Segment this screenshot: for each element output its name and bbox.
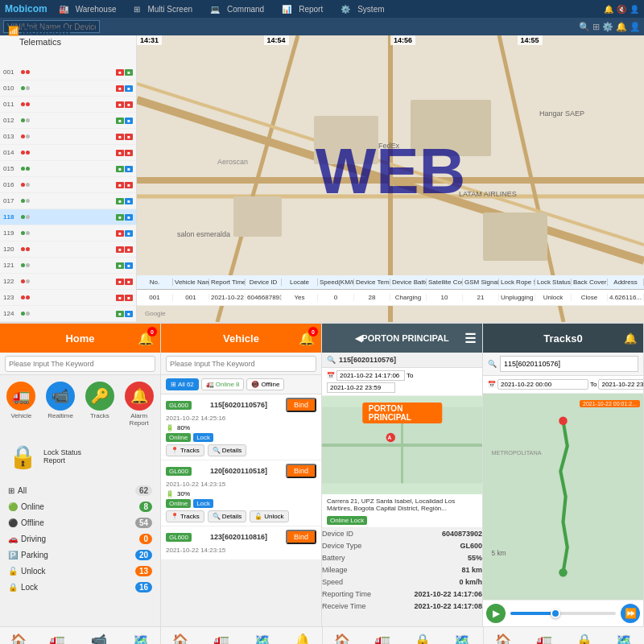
tracks-slider[interactable]: [510, 612, 616, 615]
sidebar-row-121[interactable]: 121 ■■: [0, 258, 136, 274]
table-row[interactable]: 001 001 2021-10-22 04:32:45 6046687893 Y…: [137, 290, 644, 306]
home-search-input[interactable]: [5, 356, 155, 372]
bnav-vehicle-3[interactable]: 🚛 Vehicle: [369, 631, 396, 644]
tracks-date-from[interactable]: [497, 379, 588, 390]
details-button-115[interactable]: 🔍 Details: [208, 444, 246, 456]
bnav-home-1[interactable]: 🏠 Home: [6, 631, 30, 644]
tracks-date-to[interactable]: [598, 379, 644, 390]
sidebar-row-122[interactable]: 122 ■■: [0, 274, 136, 290]
notification-icon[interactable]: 🔔: [616, 22, 627, 32]
nav-system[interactable]: ⚙️ System: [336, 2, 394, 17]
tracks-nav-icon-1: 🗺️: [133, 633, 149, 644]
speed-button[interactable]: ⏩: [621, 604, 640, 623]
porton-menu-icon[interactable]: ☰: [464, 331, 476, 346]
vehicle-card-120[interactable]: GL600 120[6020110518] Bind 2021-10-22 14…: [161, 460, 321, 526]
sidebar-row-118[interactable]: 118 ■■: [0, 209, 136, 225]
sidebar-row-010[interactable]: 010 ■■: [0, 80, 136, 97]
sidebar-row-120[interactable]: 120 ■■: [0, 242, 136, 258]
col-gsm: GSM Signal: [463, 279, 499, 286]
tracks-title: Tracks: [543, 332, 576, 345]
tracks-map-svg: 5 km METROPOLITANA: [483, 394, 643, 600]
bnav-tracks-3[interactable]: 🗺️ Tracks: [449, 631, 475, 644]
sidebar-row-014[interactable]: 014 ■■: [0, 145, 136, 161]
stat-lock[interactable]: 🔒 Lock 16: [3, 580, 157, 596]
sidebar-row-123[interactable]: 123 ■■: [0, 290, 136, 306]
play-button[interactable]: ▶: [486, 604, 506, 623]
nav-warehouse[interactable]: 🏭 Warehouse: [54, 2, 126, 17]
wifi-icon: 📶: [8, 35, 19, 36]
bnav-lock-4[interactable]: 🔒 Lock: [573, 631, 596, 644]
profile-icon[interactable]: 👤: [630, 22, 641, 32]
filter-offline[interactable]: 📵 Offline: [246, 378, 284, 390]
stat-unlock[interactable]: 🔓 Unlock 13: [3, 564, 157, 580]
vc-bind-button-120[interactable]: Bind: [286, 464, 316, 478]
sidebar-row-124[interactable]: 124 ■■: [0, 306, 136, 322]
vc-bind-button-123[interactable]: Bind: [286, 530, 316, 544]
unlock-button-120[interactable]: 🔓 Unlock: [250, 510, 288, 522]
lock-status-item[interactable]: 🔒 Lock StatusReport: [0, 433, 160, 480]
nav-command[interactable]: 💻 Command: [205, 2, 274, 17]
bell-icon[interactable]: 🔔: [604, 5, 613, 14]
filter-all[interactable]: ⊞ All 62: [166, 378, 199, 390]
stat-all-count: 62: [135, 485, 152, 496]
bnav-vehicle-1[interactable]: 🚛 Vehicle: [43, 631, 71, 644]
back-icon[interactable]: ◀: [355, 333, 361, 344]
bnav-home-4[interactable]: 🏠 Home: [491, 631, 514, 644]
tracks-date-row: 📅 To: [483, 376, 643, 394]
stat-all[interactable]: ⊞ All 62: [3, 483, 157, 499]
search-icon[interactable]: 🔍: [579, 22, 590, 32]
details-button-120[interactable]: 🔍 Details: [208, 510, 246, 522]
bnav-alarm-2[interactable]: 🔔 Alarm: [291, 631, 314, 644]
slider-thumb[interactable]: [551, 609, 560, 618]
sidebar-row-013[interactable]: 013 ■■: [0, 129, 136, 145]
porton-device-id: 115[6020110576]: [339, 356, 396, 364]
home-alarm-icon-item[interactable]: 🔔 Alarm Report: [122, 382, 157, 427]
stat-driving[interactable]: 🚗 Driving 0: [3, 531, 157, 547]
sidebar-row-011[interactable]: 011 ■■: [0, 97, 136, 113]
home-vehicle-icon-item[interactable]: 🚛 Vehicle: [3, 382, 39, 427]
filter-online[interactable]: 🚛 Online 8: [201, 378, 245, 390]
porton-date-range: 📅 To: [322, 368, 482, 396]
sidebar-row-119[interactable]: 119 ■■: [0, 225, 136, 242]
sidebar-row-015[interactable]: 015 ■■: [0, 161, 136, 177]
stat-offline[interactable]: ⚫ Offline 54: [3, 515, 157, 531]
user-icon[interactable]: 👤: [630, 5, 639, 14]
stat-lock-label: 🔒 Lock: [8, 583, 38, 592]
tracks-button-120[interactable]: 📍 Tracks: [166, 510, 204, 522]
vc-bind-button-115[interactable]: Bind: [286, 398, 316, 412]
tracks-bell-icon[interactable]: 🔔: [624, 332, 637, 345]
bnav-home-3[interactable]: 🏠 Home: [330, 631, 353, 644]
col-temp: Device Temperature(°C): [354, 279, 390, 286]
porton-date-from[interactable]: [336, 370, 405, 381]
stat-driving-count: 0: [139, 534, 152, 544]
sidebar-row-016[interactable]: 016 ■■: [0, 177, 136, 193]
sidebar-row-001[interactable]: 001 ■■: [0, 64, 136, 80]
vehicle-card-123[interactable]: GL600 123[6020110816] Bind 2021-10-22 14…: [161, 526, 321, 560]
vehicle-card-115[interactable]: GL600 115[6020110576] Bind 2021-10-22 14…: [161, 394, 321, 460]
nav-report[interactable]: 📊 Report: [277, 2, 332, 17]
bnav-lock-3[interactable]: 🔒 Lock: [411, 631, 434, 644]
stat-online[interactable]: 🟢 Online 8: [3, 499, 157, 515]
vehicle-bell-badge: 0: [308, 327, 318, 336]
bnav-tracks-1[interactable]: 🗺️ Tracks: [128, 631, 154, 644]
mute-icon[interactable]: 🔇: [617, 5, 626, 14]
bnav-realtime-1[interactable]: 📹 Realtime: [84, 631, 116, 644]
sidebar-row-012[interactable]: 012 ■■: [0, 113, 136, 129]
nav-multiscreen[interactable]: ⊞ Multi Screen: [129, 2, 202, 17]
settings-icon[interactable]: ⚙️: [602, 22, 613, 32]
bnav-tracks-2[interactable]: 🗺️ Tracks: [250, 631, 276, 644]
sidebar-row-017[interactable]: 017 ■■: [0, 193, 136, 209]
grid-icon[interactable]: ⊞: [592, 22, 600, 32]
porton-date-to[interactable]: [327, 382, 395, 393]
col-satellite: Satellite Count: [427, 279, 463, 286]
bnav-vehicle-4[interactable]: 🚛 Vehicle: [530, 631, 558, 644]
bnav-tracks-4[interactable]: 🗺️ Tracks: [611, 631, 637, 644]
bnav-vehicle-2[interactable]: 🚛 Vehicle: [208, 631, 235, 644]
home-tracks-icon-item[interactable]: 🔑 Tracks: [82, 382, 118, 427]
home-realtime-icon-item[interactable]: 📹 Realtime: [43, 382, 78, 427]
vehicle-search-input[interactable]: [166, 356, 316, 372]
tracks-search-input[interactable]: [500, 356, 638, 372]
stat-parking[interactable]: 🅿️ Parking 20: [3, 547, 157, 564]
bnav-home-2[interactable]: 🏠 Home: [169, 631, 192, 644]
tracks-button-115[interactable]: 📍 Tracks: [166, 444, 204, 456]
